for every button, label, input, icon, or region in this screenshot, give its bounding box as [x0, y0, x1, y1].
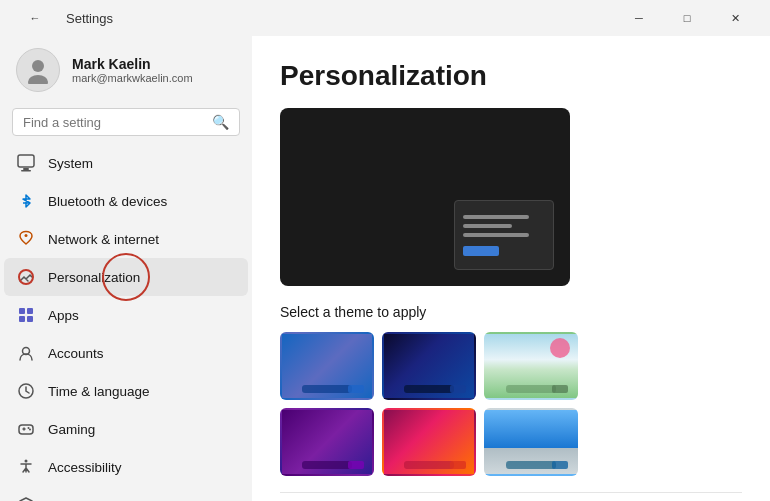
theme-swatch-purple[interactable] [280, 408, 374, 476]
sidebar-item-label-personalization: Personalization [48, 270, 140, 285]
sidebar: Mark Kaelin mark@markwkaelin.com 🔍 Syste… [0, 36, 252, 501]
bluetooth-icon [16, 191, 36, 211]
window-controls: ─ □ ✕ [616, 2, 758, 34]
preview-line-3 [463, 233, 529, 237]
sidebar-item-label-gaming: Gaming [48, 422, 95, 437]
sidebar-item-bluetooth[interactable]: Bluetooth & devices [4, 182, 248, 220]
swatch-taskbar-4 [302, 461, 352, 469]
system-icon [16, 153, 36, 173]
user-email: mark@markwkaelin.com [72, 72, 193, 84]
titlebar-left: ← Settings [12, 2, 113, 34]
avatar [16, 48, 60, 92]
preview-line-1 [463, 215, 529, 219]
sidebar-item-apps[interactable]: Apps [4, 296, 248, 334]
svg-point-6 [19, 270, 33, 284]
theme-preview-card [280, 108, 570, 286]
swatch-taskbar-btn-1 [348, 385, 364, 393]
swatch-taskbar-btn-2 [450, 385, 466, 393]
user-profile[interactable]: Mark Kaelin mark@markwkaelin.com [0, 36, 252, 104]
accessibility-icon [16, 457, 36, 477]
theme-section-label: Select a theme to apply [280, 304, 742, 320]
sidebar-item-gaming[interactable]: Gaming [4, 410, 248, 448]
sidebar-item-label-system: System [48, 156, 93, 171]
sidebar-item-accounts[interactable]: Accounts [4, 334, 248, 372]
svg-point-16 [25, 460, 28, 463]
sidebar-item-label-accessibility: Accessibility [48, 460, 122, 475]
svg-rect-8 [27, 308, 33, 314]
gaming-icon [16, 419, 36, 439]
page-title: Personalization [280, 60, 742, 92]
nav-list: System Bluetooth & devices Network & int… [0, 144, 252, 501]
back-button[interactable]: ← [12, 2, 58, 34]
maximize-button[interactable]: □ [664, 2, 710, 34]
swatch-taskbar-btn-5 [450, 461, 466, 469]
titlebar-title: Settings [66, 11, 113, 26]
preview-button [463, 246, 499, 256]
privacy-icon [16, 495, 36, 501]
background-section[interactable]: Background Background image, color, slid… [280, 492, 742, 501]
svg-point-0 [32, 60, 44, 72]
sidebar-item-label-time: Time & language [48, 384, 150, 399]
sidebar-item-accessibility[interactable]: Accessibility [4, 448, 248, 486]
swatch-taskbar-btn-6 [552, 461, 568, 469]
svg-rect-7 [19, 308, 25, 314]
search-box[interactable]: 🔍 [12, 108, 240, 136]
minimize-button[interactable]: ─ [616, 2, 662, 34]
swatch-taskbar-btn-3 [552, 385, 568, 393]
sidebar-item-label-accounts: Accounts [48, 346, 104, 361]
swatch-taskbar-6 [506, 461, 556, 469]
preview-window-card [454, 200, 554, 270]
search-icon: 🔍 [212, 114, 229, 130]
app-container: Mark Kaelin mark@markwkaelin.com 🔍 Syste… [0, 36, 770, 501]
personalization-icon [16, 267, 36, 287]
close-button[interactable]: ✕ [712, 2, 758, 34]
swatch-taskbar-3 [506, 385, 556, 393]
theme-swatch-win11-blue[interactable] [280, 332, 374, 400]
sidebar-item-time[interactable]: Time & language [4, 372, 248, 410]
swatch-taskbar-btn-4 [348, 461, 364, 469]
apps-icon [16, 305, 36, 325]
titlebar: ← Settings ─ □ ✕ [0, 0, 770, 36]
accounts-icon [16, 343, 36, 363]
svg-point-15 [29, 429, 31, 431]
user-info: Mark Kaelin mark@markwkaelin.com [72, 56, 193, 84]
sidebar-item-label-bluetooth: Bluetooth & devices [48, 194, 167, 209]
theme-swatch-win11-dark[interactable] [382, 332, 476, 400]
swatch-taskbar-1 [302, 385, 352, 393]
search-input[interactable] [23, 115, 204, 130]
sidebar-item-label-privacy: Privacy & security [48, 498, 155, 502]
sidebar-item-privacy[interactable]: Privacy & security [4, 486, 248, 501]
svg-rect-10 [27, 316, 33, 322]
svg-rect-9 [19, 316, 25, 322]
swatch-taskbar-2 [404, 385, 454, 393]
svg-rect-3 [23, 168, 29, 170]
theme-swatch-landscape[interactable] [484, 332, 578, 400]
time-icon [16, 381, 36, 401]
svg-point-14 [28, 427, 30, 429]
preview-line-2 [463, 224, 512, 228]
sidebar-item-personalization[interactable]: Personalization [4, 258, 248, 296]
user-name: Mark Kaelin [72, 56, 193, 72]
back-icon: ← [30, 12, 41, 24]
sidebar-item-system[interactable]: System [4, 144, 248, 182]
content-area: Personalization Select a theme to apply [252, 36, 770, 501]
sidebar-item-label-apps: Apps [48, 308, 79, 323]
theme-swatch-flower[interactable] [382, 408, 476, 476]
svg-point-1 [28, 75, 48, 84]
swatch-circle-3 [550, 338, 570, 358]
theme-grid [280, 332, 742, 476]
svg-point-5 [25, 234, 28, 237]
network-icon [16, 229, 36, 249]
svg-rect-2 [18, 155, 34, 167]
theme-swatch-coastal[interactable] [484, 408, 578, 476]
swatch-taskbar-5 [404, 461, 454, 469]
svg-rect-4 [21, 170, 31, 172]
sidebar-item-label-network: Network & internet [48, 232, 159, 247]
